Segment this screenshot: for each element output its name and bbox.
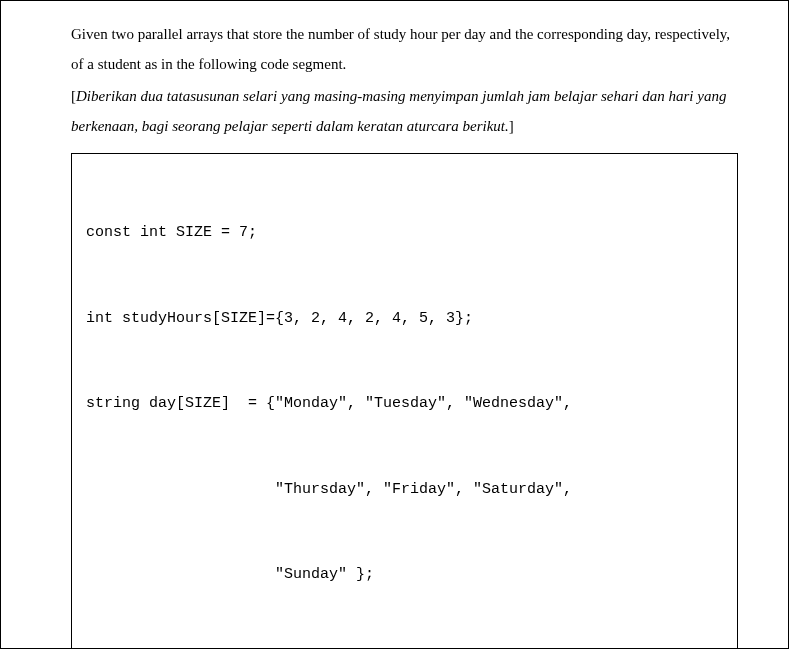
document-page: Given two parallel arrays that store the…	[1, 1, 788, 649]
code-line-5: "Sunday" };	[86, 561, 723, 590]
intro-text-ms: Diberikan dua tatasusunan selari yang ma…	[71, 88, 726, 134]
code-line-2: int studyHours[SIZE]={3, 2, 4, 2, 4, 5, …	[86, 305, 723, 334]
code-line-4: "Thursday", "Friday", "Saturday",	[86, 476, 723, 505]
bracket-close: ]	[509, 118, 514, 134]
intro-paragraph-en: Given two parallel arrays that store the…	[71, 19, 738, 79]
code-line-1: const int SIZE = 7;	[86, 219, 723, 248]
code-line-3: string day[SIZE] = {"Monday", "Tuesday",…	[86, 390, 723, 419]
code-segment-box: const int SIZE = 7; int studyHours[SIZE]…	[71, 153, 738, 649]
intro-paragraph-ms: [Diberikan dua tatasusunan selari yang m…	[71, 81, 738, 141]
intro-text-en: Given two parallel arrays that store the…	[71, 26, 730, 72]
